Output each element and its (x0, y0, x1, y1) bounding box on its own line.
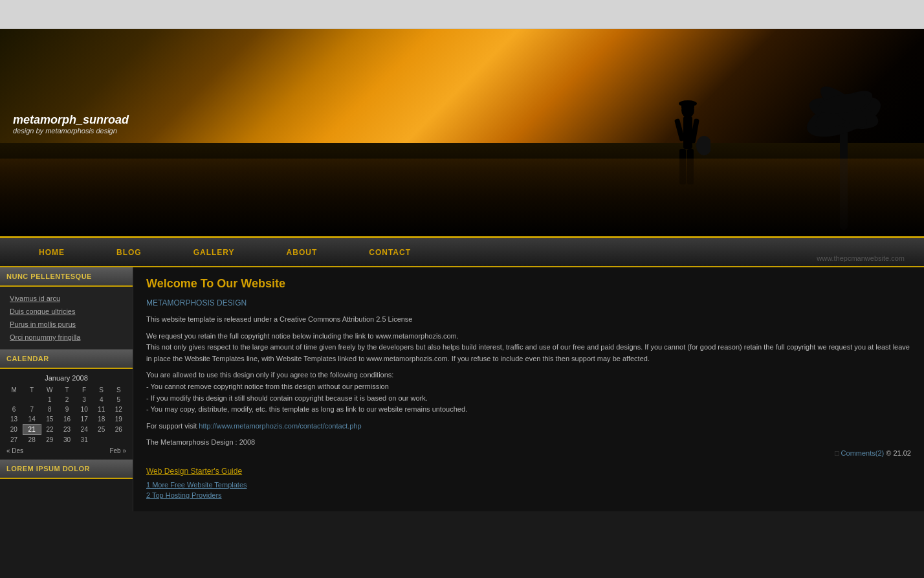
cal-day[interactable]: 24 (76, 425, 93, 435)
nav-contact[interactable]: CONTACT (343, 238, 437, 266)
content-para-3: You are allowed to use this design only … (146, 370, 911, 415)
sidebar-link-1[interactable]: Vivamus id arcu (0, 292, 133, 305)
cal-day[interactable]: 10 (76, 405, 93, 414)
nav-home[interactable]: HOME (13, 238, 91, 266)
content-footer: The Metamorphosis Design : 2008 (146, 438, 911, 446)
calendar-body: January 2008 M T W T F S S (0, 369, 133, 460)
cal-day[interactable]: 11 (93, 405, 110, 414)
hero-title: metamorph_sunroad design by metamorphosi… (13, 113, 129, 135)
sidebar-link-2[interactable]: Duis congue ultricies (0, 305, 133, 318)
cal-day[interactable]: 29 (41, 435, 58, 445)
nav-gallery[interactable]: GALLERY (168, 238, 261, 266)
cal-day[interactable]: 22 (41, 425, 58, 435)
cal-next[interactable]: Feb » (109, 447, 126, 454)
cal-day[interactable]: 17 (76, 414, 93, 425)
cal-day[interactable]: 20 (5, 425, 23, 435)
cal-day[interactable]: 3 (76, 395, 93, 405)
cal-day[interactable]: 26 (110, 425, 127, 435)
sidebar: NUNC PELLENTESQUE Vivamus id arcu Duis c… (0, 267, 133, 511)
sidebar-lorem: LOREM IPSUM DOLOR (0, 460, 133, 479)
svg-rect-7 (681, 102, 694, 109)
design-link[interactable]: METAMORPHOSIS DESIGN (146, 298, 911, 307)
nav-blog[interactable]: BLOG (91, 238, 168, 266)
sidebar-calendar: CALENDAR January 2008 M T W T F S S (0, 350, 133, 460)
main-layout: NUNC PELLENTESQUE Vivamus id arcu Duis c… (0, 267, 924, 511)
cal-day[interactable]: 18 (93, 414, 110, 425)
content-para-2: We request you retain the full copyright… (146, 331, 911, 365)
hero-section: metamorph_sunroad design by metamorphosi… (0, 29, 924, 236)
content-list: 1 More Free Website Templates 2 Top Host… (146, 481, 911, 499)
cal-day[interactable]: 5 (110, 395, 127, 405)
cal-day[interactable]: 6 (5, 405, 23, 414)
cal-header-f: F (76, 385, 93, 395)
navbar: HOME BLOG GALLERY ABOUT CONTACT www.thep… (0, 236, 924, 267)
main-content: Welcome To Our Website METAMORPHOSIS DES… (133, 267, 924, 511)
list-item-2[interactable]: 2 Top Hosting Providers (146, 491, 911, 499)
cal-day[interactable]: 30 (58, 435, 76, 445)
cal-day[interactable]: 23 (58, 425, 76, 435)
nav-about[interactable]: ABOUT (261, 238, 344, 266)
content-title: Welcome To Our Website (146, 277, 911, 291)
calendar-month: January 2008 (5, 374, 127, 382)
cal-day[interactable]: 13 (5, 414, 23, 425)
calendar-table: M T W T F S S 12345678910111213141516171… (5, 385, 127, 445)
sidebar-link-4[interactable]: Orci nonummy fringilla (0, 331, 133, 344)
cal-day (5, 395, 23, 405)
web-design-guide-link[interactable]: Web Design Starter's Guide (146, 467, 911, 476)
svg-point-8 (696, 136, 710, 155)
sidebar-links: Vivamus id arcu Duis congue ultricies Pu… (0, 287, 133, 350)
cal-day[interactable]: 28 (23, 435, 41, 445)
watermark: www.thepcmanwebsite.com (817, 254, 905, 262)
cal-day[interactable]: 19 (110, 414, 127, 425)
sidebar-link-3[interactable]: Purus in mollis purus (0, 318, 133, 331)
cal-header-w: W (41, 385, 58, 395)
cal-day (110, 435, 127, 445)
cal-day[interactable]: 9 (58, 405, 76, 414)
cal-day[interactable]: 8 (41, 405, 58, 414)
cal-day (93, 435, 110, 445)
cal-header-s1: S (93, 385, 110, 395)
meta-date: © 21.02 (886, 449, 911, 457)
cal-day[interactable]: 25 (93, 425, 110, 435)
meta-separator: □ (835, 449, 839, 457)
cal-header-t1: T (23, 385, 41, 395)
cal-day[interactable]: 7 (23, 405, 41, 414)
comments-link[interactable]: Comments(2) (841, 449, 885, 457)
cal-day[interactable]: 15 (41, 414, 58, 425)
sidebar-lorem-header: LOREM IPSUM DOLOR (0, 460, 133, 479)
cal-day[interactable]: 2 (58, 395, 76, 405)
support-link[interactable]: http://www.metamorphozis.com/contact/con… (199, 422, 361, 430)
cal-prev[interactable]: « Des (6, 447, 23, 454)
cal-header-t2: T (58, 385, 76, 395)
content-para-1: This website template is released under … (146, 314, 911, 326)
svg-rect-1 (683, 117, 692, 149)
sidebar-section-1: NUNC PELLENTESQUE Vivamus id arcu Duis c… (0, 267, 133, 350)
cal-day[interactable]: 31 (76, 435, 93, 445)
cal-day[interactable]: 12 (110, 405, 127, 414)
hero-reflection (0, 159, 924, 236)
cal-day[interactable]: 14 (23, 414, 41, 425)
content-meta: □ Comments(2) © 21.02 (146, 449, 911, 457)
cal-day[interactable]: 1 (41, 395, 58, 405)
hero-sky (0, 29, 924, 143)
navbar-inner: HOME BLOG GALLERY ABOUT CONTACT (0, 238, 450, 266)
cal-day[interactable]: 21 (23, 425, 41, 435)
cal-header-s2: S (110, 385, 127, 395)
list-item-1[interactable]: 1 More Free Website Templates (146, 481, 911, 489)
content-para-4: For support visit http://www.metamorphoz… (146, 421, 911, 432)
cal-header-m: M (5, 385, 23, 395)
sidebar-section-1-header: NUNC PELLENTESQUE (0, 267, 133, 287)
cal-day[interactable]: 4 (93, 395, 110, 405)
sidebar-calendar-header: CALENDAR (0, 350, 133, 369)
calendar-nav: « Des Feb » (5, 445, 127, 454)
cal-day (23, 395, 41, 405)
browser-chrome (0, 0, 924, 29)
cal-day[interactable]: 27 (5, 435, 23, 445)
cal-day[interactable]: 16 (58, 414, 76, 425)
